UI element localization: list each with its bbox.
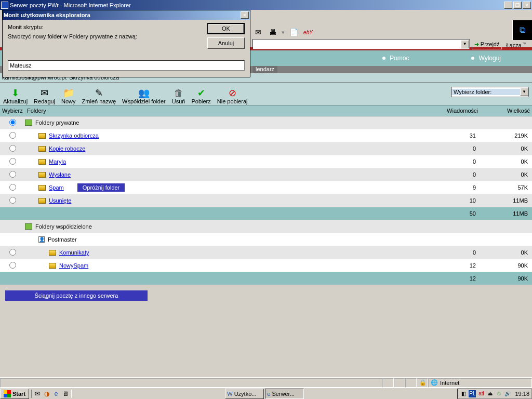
link-sent[interactable]: Wysłane	[49, 171, 71, 178]
row-subtotal-private: 50 11MB	[0, 207, 532, 220]
minimize-button[interactable]: _	[504, 2, 512, 9]
ql-desktop-icon[interactable]: 🖥	[61, 390, 70, 398]
taskbar-item-word[interactable]: WUżytko...	[225, 389, 264, 399]
link-nowyspam[interactable]: NowySpam	[59, 262, 88, 269]
mail-icon[interactable]: ✉	[252, 26, 264, 38]
radio-nowyspam[interactable]	[9, 262, 16, 269]
status-pane-icon	[405, 378, 417, 388]
row-private: Foldery prywatne	[0, 116, 532, 129]
link-komunikaty[interactable]: Komunikaty	[59, 249, 89, 256]
folder-icon	[49, 250, 56, 256]
close-button[interactable]: ×	[523, 2, 531, 9]
cell-msgs: 0	[428, 249, 480, 256]
folder-select-label: Wybierz folder:	[451, 89, 520, 95]
tb-nowy[interactable]: 📁Nowy	[61, 88, 76, 104]
print-icon[interactable]: 🖶	[267, 26, 278, 38]
tb-usun[interactable]: 🗑Usuń	[172, 88, 185, 104]
tb-pobierz[interactable]: ✔Pobierz	[191, 88, 210, 104]
radio-komunikaty[interactable]	[9, 249, 16, 256]
cell-msgs: 10	[428, 197, 480, 204]
tray-volume-icon[interactable]: 🔊	[504, 390, 511, 397]
dialog-titlebar: Monit użytkownika eksploratora ×	[3, 10, 250, 20]
dialog-title: Monit użytkownika eksploratora	[4, 12, 241, 18]
go-button[interactable]: ➜Przejdź	[472, 39, 502, 49]
dialog-input[interactable]	[8, 60, 245, 71]
tray-icon[interactable]: ◧	[460, 390, 467, 397]
ql-ie-icon[interactable]: e	[52, 390, 60, 398]
dialog-close-button[interactable]: ×	[241, 11, 249, 19]
radio-sent[interactable]	[9, 171, 16, 178]
dialog-ok-button[interactable]: OK	[207, 23, 245, 34]
link-inbox[interactable]: Skrzynka odbiorcza	[49, 132, 99, 139]
radio-trash[interactable]	[9, 197, 16, 204]
cell-size: 0K	[480, 145, 532, 152]
radio-spam[interactable]	[9, 184, 16, 191]
folder-icon	[38, 198, 46, 204]
tb-zmien[interactable]: ✎Zmień nazwę	[82, 88, 116, 104]
cell-msgs: 31	[428, 132, 480, 139]
ie-icon	[1, 2, 8, 9]
tray-clock[interactable]: 19:18	[513, 391, 529, 397]
taskbar-item-ie[interactable]: eSerwer...	[265, 389, 304, 399]
dialog-cancel-button[interactable]: Anuluj	[207, 37, 245, 49]
taskbar: Start ✉ ◑ e 🖥 WUżytko... eSerwer... ◧ PL…	[0, 388, 532, 399]
radio-maryla[interactable]	[9, 158, 16, 165]
row-drafts: Kopie robocze 0 0K	[0, 142, 532, 155]
folder-icon	[38, 133, 46, 139]
ie-standard-buttons: ✉ 🖶 ▾ 📄 ebY	[252, 26, 528, 38]
cell-size: 11MB	[480, 210, 532, 217]
cell-msgs: 50	[428, 210, 480, 217]
empty-folder-button[interactable]: Opróżnij folder	[77, 183, 125, 192]
link-drafts[interactable]: Kopie robocze	[49, 145, 85, 152]
status-pane-icon	[382, 378, 394, 388]
radio-private[interactable]	[9, 119, 16, 126]
tray-ati-icon[interactable]: ati	[477, 390, 485, 397]
nav-wyloguj[interactable]: Wyloguj	[440, 55, 532, 62]
radio-drafts[interactable]	[9, 145, 16, 152]
row-nowyspam: NowySpam 12 90K	[0, 259, 532, 272]
link-spam[interactable]: Spam	[49, 184, 64, 191]
row-trash: Usunięte 10 11MB	[0, 194, 532, 207]
ql-media-icon[interactable]: ◑	[43, 390, 51, 398]
col-wielkosc: Wielkość	[480, 106, 532, 116]
tb-wspoldziel[interactable]: 👥Współdziel folder	[122, 88, 166, 104]
row-label: Foldery prywatne	[35, 119, 79, 126]
link-maryla[interactable]: Maryla	[49, 158, 66, 165]
row-subtotal-shared: 12 90K	[0, 272, 532, 285]
row-postmaster: 👤Postmaster	[0, 233, 532, 246]
ebay-icon[interactable]: ebY	[302, 26, 314, 38]
tb-redaguj[interactable]: ✉Redaguj	[34, 88, 55, 104]
tray-lang[interactable]: PL	[469, 390, 476, 397]
row-label: Foldery współdzielone	[35, 223, 92, 230]
cell-msgs: 0	[428, 171, 480, 178]
cell-msgs: 0	[428, 145, 480, 152]
windows-flag-icon	[4, 390, 11, 397]
tray-icon[interactable]: ⏏	[486, 390, 494, 397]
address-bar[interactable]: ▼	[252, 39, 470, 49]
links-label[interactable]: Łącza »	[504, 41, 528, 48]
cell-size: 90K	[480, 262, 532, 269]
tray-icon[interactable]: ♲	[495, 390, 502, 397]
edit-icon[interactable]: 📄	[288, 26, 299, 38]
status-lock-icon: 🔒	[417, 378, 428, 388]
folder-icon	[38, 172, 46, 178]
quick-launch: ✉ ◑ e 🖥	[31, 390, 72, 398]
cell-msgs: 12	[428, 262, 480, 269]
table-header: Wybierz Foldery Wiadomości Wielkość	[0, 106, 532, 116]
restore-button[interactable]: ❐	[513, 2, 522, 9]
tb-niepobieraj[interactable]: ⊘Nie pobieraj	[217, 88, 248, 104]
radio-inbox[interactable]	[9, 132, 16, 139]
cell-size: 0K	[480, 171, 532, 178]
fetch-external-button[interactable]: Ściągnij pocztę z innego serwera	[5, 290, 148, 301]
dropdown-icon[interactable]: ▼	[461, 40, 469, 48]
tb-aktualizuj[interactable]: ⬇Aktualizuj	[3, 88, 28, 104]
cell-size: 11MB	[480, 197, 532, 204]
ql-outlook-icon[interactable]: ✉	[33, 390, 42, 398]
link-trash[interactable]: Usunięte	[49, 197, 71, 204]
start-button[interactable]: Start	[0, 389, 29, 399]
nav-pomoc[interactable]: Pomoc	[351, 55, 440, 62]
dropdown-icon[interactable]: ▼	[520, 88, 528, 96]
nav-kalendarz[interactable]: lendarz	[252, 66, 277, 73]
cell-size: 0K	[480, 158, 532, 165]
folder-select[interactable]: Wybierz folder: ▼	[451, 87, 529, 97]
